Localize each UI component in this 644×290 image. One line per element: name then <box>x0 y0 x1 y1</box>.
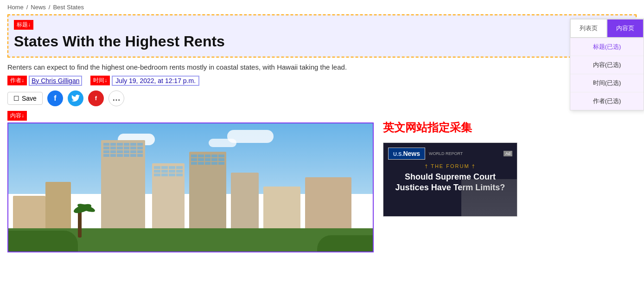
ad-forum-label: † THE FORUM † <box>388 163 512 169</box>
save-label: Save <box>22 95 37 102</box>
panel-title-item[interactable]: 标题(已选) <box>570 38 644 56</box>
content-page-button[interactable]: 内容页 <box>607 19 644 38</box>
breadcrumb-home[interactable]: Home <box>7 4 24 11</box>
panel-time-item[interactable]: 时间(已选) <box>570 74 644 92</box>
meta-row: 作者↓ By Chris Gilligan 时间↓ July 19, 2022,… <box>7 76 637 86</box>
right-side-content: 英文网站指定采集 U.S.News WORLD REPORT Ad † THE … <box>383 111 637 252</box>
page-title: States With the Highest Rents <box>14 32 630 50</box>
content-left: 内容↓ <box>7 111 374 252</box>
breadcrumb-section: Best States <box>53 4 83 11</box>
panel-toggle-row: 列表页 内容页 <box>570 19 644 38</box>
article-description: Renters can expect to find the highest o… <box>7 62 637 73</box>
social-bar: ☐ Save f f … <box>7 90 637 106</box>
content-badge: 内容↓ <box>7 111 27 121</box>
more-share-button[interactable]: … <box>108 90 124 106</box>
publish-time: July 19, 2022, at 12:17 p.m. <box>112 76 199 86</box>
time-badge: 时间↓ <box>90 76 110 85</box>
author-link[interactable]: By Chris Gilligan <box>29 76 82 86</box>
panel-content-item[interactable]: 内容(已选) <box>570 56 644 74</box>
save-button[interactable]: ☐ Save <box>7 92 43 105</box>
right-panel: 列表页 内容页 标题(已选) 内容(已选) 时间(已选) 作者(已选) <box>570 19 644 110</box>
title-section: 标题↓ States With the Highest Rents <box>7 14 637 58</box>
breadcrumb: Home / News / Best States <box>0 0 644 14</box>
content-area: 内容↓ <box>7 111 637 252</box>
author-badge: 作者↓ <box>7 76 27 85</box>
bookmark-icon: ☐ <box>13 95 19 102</box>
chinese-label: 英文网站指定采集 <box>383 120 637 135</box>
breadcrumb-news[interactable]: News <box>31 4 46 11</box>
advertisement: U.S.News WORLD REPORT Ad † THE FORUM † S… <box>383 142 517 217</box>
breadcrumb-sep2: / <box>49 4 51 11</box>
ad-logo: U.S.News <box>388 148 425 160</box>
flipboard-share-button[interactable]: f <box>88 90 104 106</box>
article-image <box>7 122 374 252</box>
list-page-button[interactable]: 列表页 <box>570 19 607 38</box>
panel-author-item[interactable]: 作者(已选) <box>570 92 644 110</box>
title-badge: 标题↓ <box>14 20 33 30</box>
twitter-share-button[interactable] <box>68 90 83 106</box>
breadcrumb-sep1: / <box>26 4 28 11</box>
facebook-share-button[interactable]: f <box>47 90 63 106</box>
